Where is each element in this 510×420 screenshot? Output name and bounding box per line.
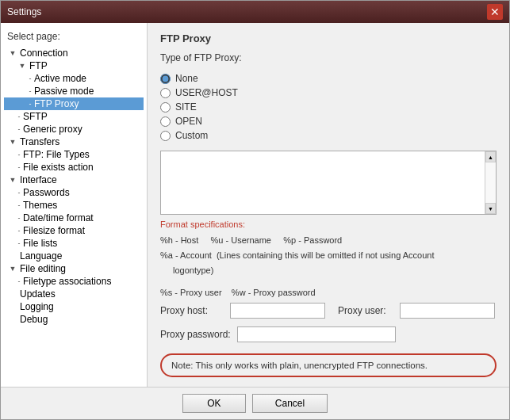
expander-icon xyxy=(7,250,18,262)
format-line-4: %s - Proxy user %w - Proxy password xyxy=(160,288,497,297)
scroll-track xyxy=(485,162,496,203)
sidebar-item-file-exists-action[interactable]: - File exists action xyxy=(4,161,144,174)
proxy-password-label: Proxy password: xyxy=(160,329,231,340)
proxy-host-label: Proxy host: xyxy=(160,305,224,316)
scrollbar: ▲ ▼ xyxy=(485,151,496,214)
radio-custom-label: Custom xyxy=(175,130,208,141)
footer: OK Cancel xyxy=(1,387,509,419)
sidebar-item-connection[interactable]: ▼ Connection xyxy=(4,47,144,59)
sidebar-item-label: File exists action xyxy=(21,162,94,173)
format-line-2: %a - Account (Lines containing this will… xyxy=(160,250,497,260)
radio-site[interactable]: SITE xyxy=(160,101,497,113)
radio-none-label: None xyxy=(175,73,198,84)
sidebar-item-label: File lists xyxy=(21,238,57,249)
sidebar-item-label: Updates xyxy=(18,288,56,300)
radio-open-input[interactable] xyxy=(160,116,171,127)
sidebar-item-label: Filesize format xyxy=(21,225,85,236)
radio-user-at-host-input[interactable] xyxy=(160,88,171,98)
radio-custom[interactable]: Custom xyxy=(160,130,497,141)
radio-none-input[interactable] xyxy=(160,74,171,84)
sidebar-item-label: File editing xyxy=(18,263,66,274)
sidebar: Select page: ▼ Connection ▼ FTP - Active… xyxy=(1,23,148,387)
sidebar-item-interface[interactable]: ▼ Interface xyxy=(4,174,144,186)
window-title: Settings xyxy=(7,6,41,17)
sidebar-item-themes[interactable]: - Themes xyxy=(4,199,144,212)
sidebar-item-label: Date/time format xyxy=(21,212,94,223)
proxy-host-input[interactable] xyxy=(230,303,325,319)
settings-window: Settings ✕ Select page: ▼ Connection ▼ F… xyxy=(0,0,510,420)
sidebar-item-passive-mode[interactable]: - Passive mode xyxy=(4,85,144,97)
sidebar-item-label: Interface xyxy=(18,174,57,185)
content-area: Select page: ▼ Connection ▼ FTP - Active… xyxy=(1,23,509,387)
sidebar-item-transfers[interactable]: ▼ Transfers xyxy=(4,136,144,148)
expander-icon: ▼ xyxy=(7,263,18,274)
sidebar-item-sftp[interactable]: - SFTP xyxy=(4,110,144,123)
sidebar-item-label: Filetype associations xyxy=(21,276,111,287)
proxy-type-label: Type of FTP Proxy: xyxy=(160,52,497,63)
radio-open-label: OPEN xyxy=(175,116,202,127)
proxy-user-input[interactable] xyxy=(400,303,495,319)
format-line-3: logontype) xyxy=(160,265,497,275)
expander-icon xyxy=(7,314,18,325)
select-page-label: Select page: xyxy=(4,29,144,44)
sidebar-item-label: SFTP xyxy=(21,111,48,122)
sidebar-item-ftp[interactable]: ▼ FTP xyxy=(4,59,144,72)
sidebar-item-filetype-associations[interactable]: - Filetype associations xyxy=(4,275,144,288)
sidebar-item-language[interactable]: Language xyxy=(4,250,144,262)
sidebar-item-label: FTP: File Types xyxy=(21,149,90,160)
note-text: Note: This only works with plain, unencr… xyxy=(171,361,428,370)
sidebar-item-updates[interactable]: Updates xyxy=(4,288,144,300)
proxy-password-row: Proxy password: xyxy=(160,326,497,342)
expander-icon: ▼ xyxy=(17,60,28,71)
cancel-button[interactable]: Cancel xyxy=(252,394,328,413)
format-line-1: %h - Host %u - Username %p - Password xyxy=(160,235,497,245)
proxy-host-row: Proxy host: Proxy user: xyxy=(160,303,497,319)
sidebar-item-logging[interactable]: Logging xyxy=(4,300,144,313)
sidebar-item-file-lists[interactable]: - File lists xyxy=(4,237,144,250)
custom-textarea[interactable] xyxy=(161,151,485,214)
sidebar-item-label: Generic proxy xyxy=(21,124,82,135)
sidebar-item-ftp-proxy[interactable]: - FTP Proxy xyxy=(4,97,144,110)
expander-icon: ▼ xyxy=(7,48,18,59)
radio-custom-input[interactable] xyxy=(160,131,171,141)
expander-icon: ▼ xyxy=(7,174,18,185)
sidebar-item-debug[interactable]: Debug xyxy=(4,313,144,326)
expander-icon xyxy=(7,301,18,312)
sidebar-item-passwords[interactable]: - Passwords xyxy=(4,186,144,199)
proxy-user-label: Proxy user: xyxy=(338,305,393,316)
radio-user-at-host[interactable]: USER@HOST xyxy=(160,87,497,98)
radio-site-label: SITE xyxy=(175,101,197,113)
scroll-up-button[interactable]: ▲ xyxy=(485,151,496,162)
sidebar-item-label: Transfers xyxy=(18,136,59,147)
custom-text-area-container: ▲ ▼ xyxy=(160,151,497,215)
close-button[interactable]: ✕ xyxy=(487,4,503,20)
sidebar-item-label: Language xyxy=(18,250,62,262)
format-specs-label: Format specifications: xyxy=(160,220,497,229)
sidebar-item-label: Debug xyxy=(18,314,48,325)
sidebar-item-label: Passwords xyxy=(21,187,70,198)
sidebar-item-active-mode[interactable]: - Active mode xyxy=(4,72,144,85)
section-title: FTP Proxy xyxy=(160,32,497,44)
proxy-password-input[interactable] xyxy=(237,326,396,342)
sidebar-item-label: Passive mode xyxy=(33,86,94,97)
radio-user-at-host-label: USER@HOST xyxy=(175,87,238,98)
sidebar-item-label: Themes xyxy=(21,200,57,211)
sidebar-item-ftp-file-types[interactable]: - FTP: File Types xyxy=(4,148,144,161)
proxy-type-radio-group: None USER@HOST SITE OPEN Custom xyxy=(160,73,497,141)
sidebar-item-generic-proxy[interactable]: - Generic proxy xyxy=(4,123,144,136)
sidebar-item-file-editing[interactable]: ▼ File editing xyxy=(4,262,144,275)
sidebar-item-label: Connection xyxy=(18,48,68,59)
sidebar-item-datetime-format[interactable]: - Date/time format xyxy=(4,212,144,224)
ok-button[interactable]: OK xyxy=(182,394,246,413)
note-container: Note: This only works with plain, unencr… xyxy=(160,353,497,377)
sidebar-item-label: Logging xyxy=(18,301,54,312)
expander-icon: ▼ xyxy=(7,136,18,147)
scroll-down-button[interactable]: ▼ xyxy=(485,203,496,214)
radio-none[interactable]: None xyxy=(160,73,497,84)
main-panel: FTP Proxy Type of FTP Proxy: None USER@H… xyxy=(148,23,509,387)
radio-open[interactable]: OPEN xyxy=(160,116,497,127)
radio-site-input[interactable] xyxy=(160,102,171,113)
sidebar-item-filesize-format[interactable]: - Filesize format xyxy=(4,224,144,237)
titlebar: Settings ✕ xyxy=(1,1,509,23)
expander-icon xyxy=(7,288,18,300)
